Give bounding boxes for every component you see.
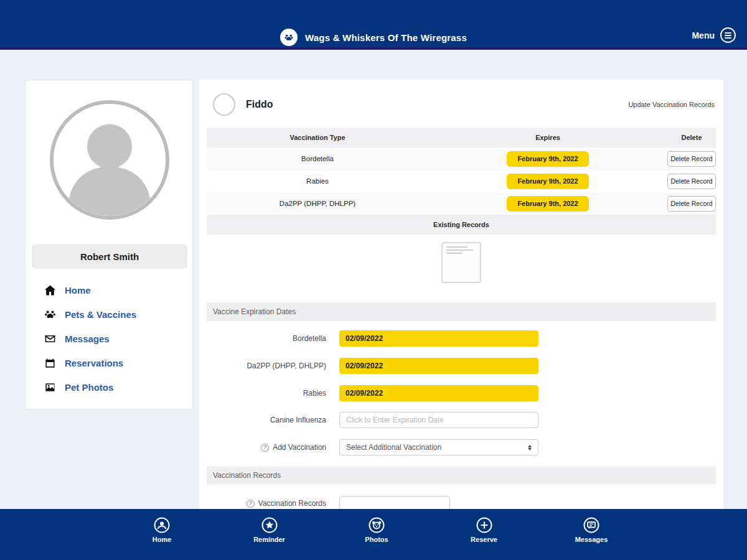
update-vaccination-records-link[interactable]: Update Vaccination Records [628,101,715,108]
bottomnav-label: Reserve [471,536,497,543]
form-row-vaccination-records: ? Vaccination Records [207,495,716,509]
bottomnav-reminder[interactable]: Reminder [248,516,291,560]
existing-records-row [207,235,716,299]
envelope-icon [44,333,57,345]
document-thumbnail[interactable] [441,242,481,283]
field-label: Rabies [207,389,329,398]
rabies-date-input[interactable] [339,385,538,401]
sidebar-item-label: Messages [65,334,110,344]
field-label: Canine Influenza [207,416,329,424]
question-circle-icon: ? [247,500,255,508]
paw-logo-icon [280,29,298,46]
select-value: Select Additional Vaccination [346,443,441,452]
table-header-row: Vaccination Type Expires Delete [207,128,716,147]
delete-record-button[interactable]: Delete Record [667,174,716,189]
pet-name: Fiddo [246,99,273,110]
form-row-add-vaccination: ? Add Vaccination Select Additional Vacc… [207,439,716,455]
brand: Wags & Whiskers Of The Wiregrass [0,29,747,46]
section-header-vaccination-records: Vaccination Records [207,466,716,485]
table-row: Da2PP (DHPP, DHLPP) February 9th, 2022 D… [207,192,716,215]
user-avatar [50,100,169,220]
form-row-da2pp: Da2PP (DHPP, DHLPP) [207,358,716,374]
sidebar-item-label: Reservations [65,358,123,368]
section-header-vaccine-expiration: Vaccine Expiration Dates [207,302,716,321]
column-header-delete: Delete [667,134,716,141]
column-header-vaccination-type: Vaccination Type [207,134,428,141]
app-page: Wags & Whiskers Of The Wiregrass Menu Ro… [0,0,747,560]
home-icon [44,284,57,297]
vaccine-type-cell: Bordetella [207,155,428,162]
bottomnav-label: Messages [575,536,608,543]
form-row-bordetella: Bordetella [207,330,716,347]
paw-icon [44,309,57,321]
upload-records-button[interactable] [339,496,450,509]
sidebar-item-reservations[interactable]: Reservations [44,351,187,375]
da2pp-date-input[interactable] [339,358,538,374]
column-header-expires: Expires [428,134,667,141]
person-circle-icon [153,516,171,534]
sidebar-item-messages[interactable]: Messages [44,327,187,351]
expires-date-button[interactable]: February 9th, 2022 [507,151,589,167]
main-content: Fiddo Update Vaccination Records Vaccina… [199,80,723,509]
field-label: Da2PP (DHPP, DHLPP) [207,362,329,370]
bottomnav-label: Reminder [253,536,285,543]
bottomnav-reserve[interactable]: Reserve [463,516,506,560]
hamburger-circle-icon [720,27,736,43]
vaccine-type-cell: Rabies [207,177,428,185]
photo-icon [44,381,57,394]
canine-influenza-date-input[interactable] [339,412,538,428]
field-label: Bordetella [207,334,329,343]
vaccination-table: Vaccination Type Expires Delete Bordetel… [207,128,716,299]
chat-circle-icon [583,516,600,534]
bottomnav-label: Photos [365,536,388,543]
top-header: Wags & Whiskers Of The Wiregrass Menu [0,0,747,50]
dog-face-circle-icon [368,516,385,534]
additional-vaccination-select[interactable]: Select Additional Vaccination [339,439,538,455]
menu-label: Menu [692,30,715,40]
sidebar-item-label: Pet Photos [65,382,113,393]
select-spinner-icon [528,445,532,450]
expires-date-button[interactable]: February 9th, 2022 [507,196,589,212]
table-row: Rabies February 9th, 2022 Delete Record [207,170,716,192]
sidebar-item-label: Home [65,285,91,296]
menu-button[interactable]: Menu [692,27,736,43]
vaccination-records-label-wrap: ? Vaccination Records [207,499,329,508]
plus-circle-icon [476,516,493,534]
add-vaccination-label-wrap: ? Add Vaccination [207,443,329,452]
expires-date-button[interactable]: February 9th, 2022 [507,174,589,189]
question-circle-icon: ? [261,444,269,452]
field-label: Add Vaccination [273,443,326,452]
bottomnav-photos[interactable]: Photos [355,516,398,560]
form-row-canine-influenza: Canine Influenza [207,412,716,428]
bottomnav-home[interactable]: Home [140,516,184,560]
existing-records-header: Existing Records [207,215,716,235]
form-row-rabies: Rabies [207,385,716,401]
sidebar-item-pet-photos[interactable]: Pet Photos [44,375,187,399]
sidebar-item-label: Pets & Vaccines [65,309,136,320]
vaccine-type-cell: Da2PP (DHPP, DHLPP) [207,200,428,207]
delete-record-button[interactable]: Delete Record [667,196,716,212]
sidebar: Robert Smith Home Pets & [25,80,193,409]
bottomnav-messages[interactable]: Messages [570,516,613,560]
dog-photo-avatar [213,93,235,116]
star-circle-icon [261,516,278,534]
sidebar-item-home[interactable]: Home [44,278,187,302]
person-silhouette-icon [54,104,166,216]
field-label: Vaccination Records [258,499,326,508]
calendar-icon [44,357,57,370]
app-title: Wags & Whiskers Of The Wiregrass [305,32,467,43]
table-row: Bordetella February 9th, 2022 Delete Rec… [207,147,716,170]
sidebar-item-pets-vaccines[interactable]: Pets & Vaccines [44,302,187,327]
pet-header: Fiddo Update Vaccination Records [213,93,715,116]
sidebar-nav: Home Pets & Vaccines [44,278,187,399]
bordetella-date-input[interactable] [339,330,538,347]
bottomnav-label: Home [153,536,172,543]
user-name: Robert Smith [32,244,187,269]
delete-record-button[interactable]: Delete Record [667,151,716,167]
bottom-nav: Home Reminder Photos Reser [0,509,747,560]
